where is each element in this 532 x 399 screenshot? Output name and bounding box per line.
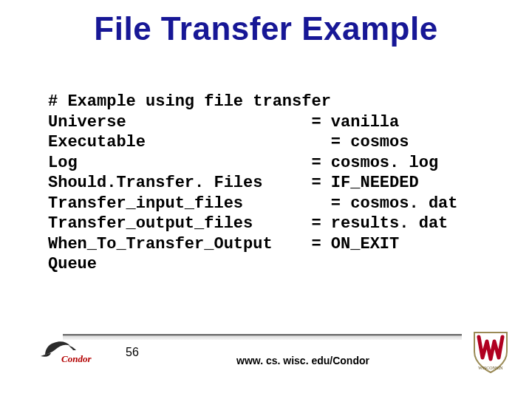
footer: Condor 56 www. cs. wisc. edu/Condor WISC… xyxy=(0,334,532,386)
footer-rule xyxy=(63,334,462,340)
svg-text:Condor: Condor xyxy=(61,353,92,364)
svg-text:WISCONSIN: WISCONSIN xyxy=(478,366,503,370)
condor-logo: Condor xyxy=(41,337,111,371)
code-block: # Example using file transfer Universe =… xyxy=(48,92,532,275)
footer-url: www. cs. wisc. edu/Condor xyxy=(236,355,369,366)
page-number: 56 xyxy=(126,346,139,359)
wisconsin-logo: WISCONSIN xyxy=(471,330,510,378)
slide-title: File Transfer Example xyxy=(0,0,532,47)
